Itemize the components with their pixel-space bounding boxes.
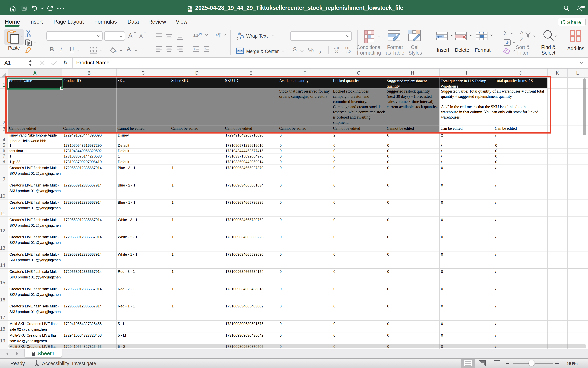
svg-text:X: X (188, 8, 190, 10)
svg-text:A: A (520, 30, 523, 36)
svg-text:c: c (237, 36, 239, 40)
svg-text:ab: ab (237, 32, 241, 36)
svg-text:Z: Z (520, 36, 523, 42)
svg-text:ab: ab (193, 33, 198, 38)
